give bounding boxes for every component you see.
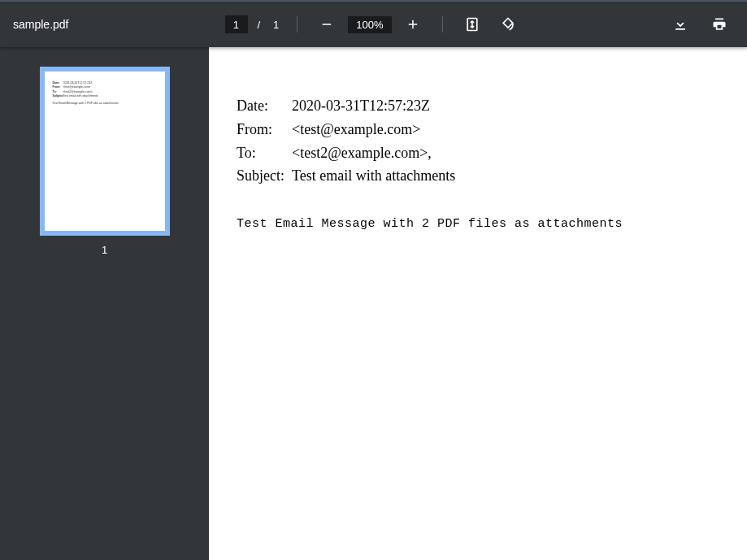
page-thumbnail[interactable]: Date:2020-03-31T12:57:23Z From:<test@exa… [40, 67, 170, 236]
print-icon [711, 16, 727, 33]
main-area: Date:2020-03-31T12:57:23Z From:<test@exa… [0, 47, 747, 560]
pdf-content-area[interactable]: Date: 2020-03-31T12:57:23Z From: <test@e… [209, 47, 747, 560]
email-header-row: To: <test2@example.com>, [237, 141, 719, 165]
thumbnail-item: Date:2020-03-31T12:57:23Z From:<test@exa… [40, 67, 170, 256]
to-label: To: [237, 141, 292, 165]
total-pages-label: 1 [273, 19, 279, 31]
download-button[interactable] [666, 10, 695, 39]
fit-page-icon [464, 16, 480, 33]
fit-to-page-button[interactable] [458, 10, 487, 39]
minus-icon [319, 17, 334, 32]
date-label: Date: [237, 94, 292, 118]
thumbnail-sidebar: Date:2020-03-31T12:57:23Z From:<test@exa… [0, 47, 209, 560]
print-button[interactable] [705, 10, 734, 39]
from-value: <test@example.com> [292, 118, 420, 141]
rotate-button[interactable] [493, 10, 523, 39]
toolbar-divider [297, 16, 297, 33]
zoom-level-label: 100% [348, 16, 391, 33]
email-header-row: From: <test@example.com> [237, 118, 719, 141]
plus-icon [406, 17, 420, 32]
thumbnail-preview: Date:2020-03-31T12:57:23Z From:<test@exa… [53, 81, 157, 106]
zoom-out-button[interactable] [312, 10, 341, 39]
page-number-input[interactable] [224, 15, 247, 33]
from-label: From: [237, 118, 292, 141]
toolbar-center: / 1 100% [224, 10, 522, 39]
email-header-row: Date: 2020-03-31T12:57:23Z [237, 94, 719, 118]
pdf-page: Date: 2020-03-31T12:57:23Z From: <test@e… [237, 94, 719, 231]
rotate-icon [500, 16, 516, 33]
filename-label: sample.pdf [13, 18, 68, 31]
date-value: 2020-03-31T12:57:23Z [292, 94, 430, 118]
subject-value: Test email with attachments [292, 164, 455, 188]
toolbar-divider [442, 16, 443, 33]
email-header-row: Subject: Test email with attachments [237, 164, 719, 188]
download-icon [672, 16, 688, 33]
email-body: Test Email Message with 2 PDF files as a… [237, 217, 719, 231]
page-separator: / [257, 19, 260, 31]
zoom-in-button[interactable] [398, 10, 428, 39]
to-value: <test2@example.com>, [292, 141, 432, 165]
thumbnail-page-number: 1 [102, 244, 107, 256]
pdf-toolbar: sample.pdf / 1 100% [0, 2, 747, 47]
toolbar-right [666, 10, 734, 39]
subject-label: Subject: [237, 164, 292, 188]
